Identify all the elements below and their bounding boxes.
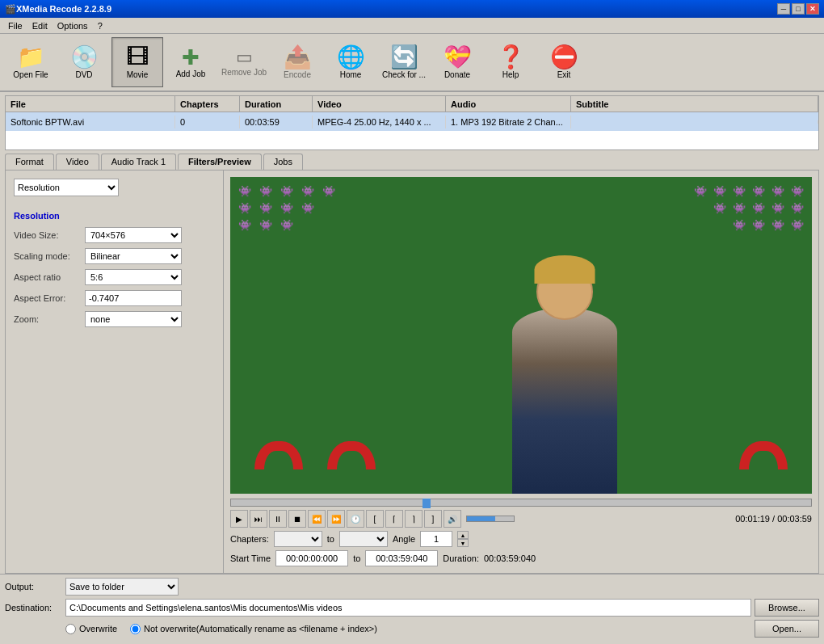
- times-row: Start Time to Duration: 00:03:59:040: [230, 550, 812, 566]
- table-row[interactable]: Softonic BPTW.avi 0 00:03:59 MPEG-4 25.0…: [6, 112, 818, 131]
- output-select[interactable]: Save to folder: [65, 578, 179, 596]
- restore-button[interactable]: □: [792, 3, 805, 15]
- video-size-control: 704×576: [85, 227, 215, 243]
- invader-icon: 👾: [733, 219, 746, 231]
- menu-file[interactable]: File: [3, 19, 27, 32]
- angle-up-button[interactable]: ▲: [457, 531, 469, 539]
- play-button[interactable]: ▶: [230, 510, 248, 528]
- video-size-select[interactable]: 704×576: [85, 227, 182, 243]
- stop-button[interactable]: ⏹: [288, 510, 306, 528]
- scaling-mode-select[interactable]: Bilinear: [85, 248, 182, 264]
- tab-format[interactable]: Format: [5, 154, 54, 170]
- aspect-ratio-select[interactable]: 5:6: [85, 269, 182, 285]
- destination-input[interactable]: [65, 599, 751, 617]
- remove-job-button[interactable]: ▭ Remove Job: [218, 37, 270, 87]
- donate-button[interactable]: 💝 Donate: [431, 37, 483, 87]
- minimize-button[interactable]: ─: [777, 3, 790, 15]
- menu-edit[interactable]: Edit: [27, 19, 53, 32]
- overwrite-radio[interactable]: [65, 624, 76, 634]
- chapters-from-select[interactable]: [274, 531, 322, 547]
- pause-button[interactable]: ⏸: [269, 510, 287, 528]
- zoom-select[interactable]: none: [85, 311, 182, 327]
- angle-down-button[interactable]: ▼: [457, 539, 469, 547]
- duration-value: 00:03:59:040: [484, 554, 536, 563]
- invader-icon: 👾: [259, 219, 272, 231]
- end-time-input[interactable]: [365, 550, 438, 566]
- movie-label: Movie: [127, 70, 149, 79]
- forward-button[interactable]: ⏩: [327, 510, 345, 528]
- output-row: Output: Save to folder: [5, 578, 819, 596]
- invader-icon: 👾: [791, 219, 804, 231]
- aspect-error-input[interactable]: [85, 290, 182, 306]
- mark-out-button[interactable]: ]: [424, 510, 442, 528]
- add-job-button[interactable]: ✚ Add Job: [165, 37, 217, 87]
- scaling-mode-row: Scaling mode: Bilinear: [14, 248, 215, 264]
- home-button[interactable]: 🌐 Home: [325, 37, 376, 87]
- next-frame-button[interactable]: ⏭: [250, 510, 267, 528]
- angle-input[interactable]: [420, 531, 452, 547]
- left-panel: Resolution Resolution Video Size: 704×57…: [6, 170, 224, 573]
- chapters-to-select[interactable]: [339, 531, 388, 547]
- zoom-label: Zoom:: [14, 314, 85, 324]
- progress-bar[interactable]: [230, 499, 812, 507]
- help-icon: ❓: [497, 46, 525, 69]
- clock-button[interactable]: 🕐: [347, 510, 364, 528]
- tab-audio-track1[interactable]: Audio Track 1: [101, 154, 176, 170]
- tab-jobs[interactable]: Jobs: [263, 154, 303, 170]
- title-bar-icon: 🎬: [5, 4, 16, 15]
- tab-filters-preview[interactable]: Filters/Preview: [178, 154, 262, 170]
- overwrite-row: Overwrite Not overwrite(Automatically re…: [65, 624, 377, 634]
- mark-in-button[interactable]: [: [366, 510, 384, 528]
- cell-subtitle: [571, 120, 818, 124]
- col-header-audio: Audio: [446, 96, 571, 112]
- invader-icon: 👾: [771, 185, 784, 197]
- col-header-duration: Duration: [240, 96, 313, 112]
- home-icon: 🌐: [337, 46, 365, 69]
- bracket-right-button[interactable]: ⌉: [405, 510, 423, 528]
- invader-icon: 👾: [694, 185, 707, 197]
- cell-video: MPEG-4 25.00 Hz, 1440 x ...: [313, 116, 446, 128]
- invader-icon: 👾: [733, 185, 746, 197]
- progress-thumb[interactable]: [423, 499, 431, 508]
- right-panel: 👾 👾 👾 👾 👾 👾 👾 👾 👾: [224, 170, 818, 573]
- menu-bar: File Edit Options ?: [0, 18, 824, 34]
- resolution-mode-select[interactable]: Resolution: [14, 179, 119, 196]
- check-for-button[interactable]: 🔄 Check for ...: [378, 37, 430, 87]
- help-button[interactable]: ❓ Help: [485, 37, 536, 87]
- invader-pink-icon: 👾: [259, 202, 272, 214]
- section-title-resolution: Resolution: [14, 211, 215, 221]
- tab-bar: Format Video Audio Track 1 Filters/Previ…: [5, 154, 819, 170]
- donate-icon: 💝: [444, 46, 472, 69]
- bottom-bar: Output: Save to folder Destination: Brow…: [0, 574, 824, 641]
- not-overwrite-radio[interactable]: [130, 624, 141, 634]
- volume-slider[interactable]: [466, 516, 515, 522]
- start-time-input[interactable]: [275, 550, 348, 566]
- tab-video[interactable]: Video: [56, 154, 99, 170]
- playback-bar: ▶ ⏭ ⏸ ⏹ ⏪ ⏩ 🕐 [ ⌈ ⌉ ] 🔊 00:01:19 /: [230, 499, 812, 566]
- open-button[interactable]: Open...: [755, 620, 819, 638]
- controls-row: ▶ ⏭ ⏸ ⏹ ⏪ ⏩ 🕐 [ ⌈ ⌉ ] 🔊 00:01:19 /: [230, 510, 812, 528]
- movie-button[interactable]: 🎞 Movie: [111, 37, 163, 87]
- file-list: File Chapters Duration Video Audio Subti…: [5, 95, 819, 150]
- aspect-ratio-control: 5:6: [85, 269, 215, 285]
- cell-chapters: 0: [175, 116, 240, 128]
- encode-button[interactable]: 📤 Encode: [271, 37, 323, 87]
- menu-help-q[interactable]: ?: [93, 19, 107, 32]
- browse-button[interactable]: Browse...: [755, 599, 819, 617]
- audio-button[interactable]: 🔊: [444, 510, 461, 528]
- time-total: 00:03:59: [777, 514, 812, 524]
- video-size-label: Video Size:: [14, 230, 85, 240]
- close-button[interactable]: ✕: [806, 3, 819, 15]
- menu-options[interactable]: Options: [53, 19, 93, 32]
- rewind-button[interactable]: ⏪: [308, 510, 326, 528]
- exit-button[interactable]: ⛔ Exit: [538, 37, 590, 87]
- bracket-left-button[interactable]: ⌈: [385, 510, 403, 528]
- person-area: [434, 256, 696, 494]
- donate-label: Donate: [444, 70, 470, 79]
- dvd-button[interactable]: 💿 DVD: [58, 37, 110, 87]
- scaling-mode-label: Scaling mode:: [14, 251, 85, 261]
- add-job-icon: ✚: [182, 47, 200, 68]
- preview-canvas: 👾 👾 👾 👾 👾 👾 👾 👾 👾: [230, 177, 812, 494]
- open-file-button[interactable]: 📁 Open File: [5, 37, 57, 87]
- invader-icon: 👾: [301, 185, 314, 197]
